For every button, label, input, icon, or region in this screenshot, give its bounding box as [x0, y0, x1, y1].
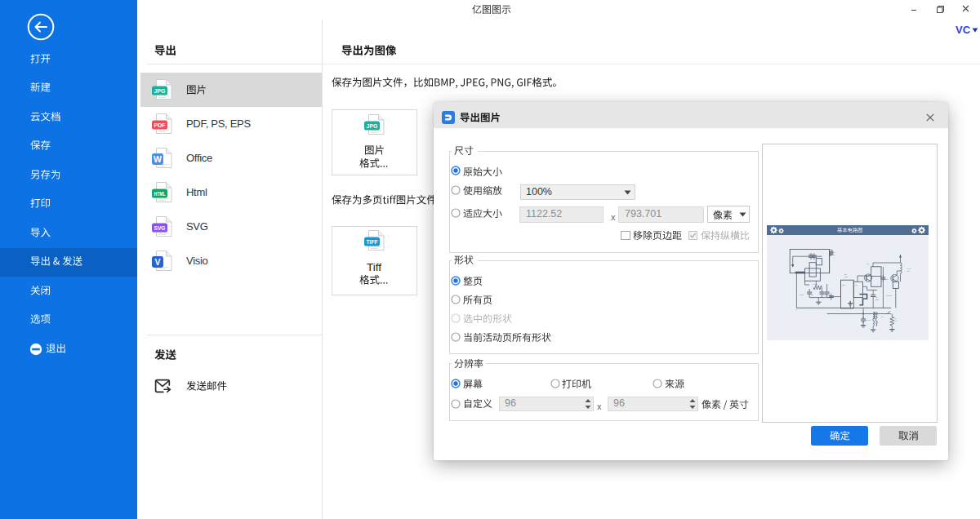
svg-text:C4 R6: C4 R6 [813, 283, 818, 285]
svg-text:0.005: 0.005 [800, 293, 804, 295]
svg-text:R9: R9 [866, 263, 870, 264]
svg-text:C1 R3: C1 R3 [808, 252, 814, 254]
svg-text:R5: R5 [844, 273, 848, 274]
svg-text:C 100uF: C 100uF [886, 295, 893, 296]
svg-text:C9 0.1: C9 0.1 [866, 318, 871, 320]
svg-text:1.8K: 1.8K [844, 275, 849, 277]
svg-text:IC2: IC2 [842, 284, 845, 286]
svg-text:JPG: JPG [154, 88, 167, 94]
svg-text:C5: C5 [811, 293, 813, 295]
svg-text:RL: RL [894, 317, 897, 319]
svg-text:mH: mH [907, 269, 911, 271]
svg-text:Vo: Vo [795, 308, 798, 310]
svg-text:V: V [154, 257, 160, 267]
svg-text:600: 600 [894, 319, 897, 321]
svg-text:SVG: SVG [154, 225, 167, 231]
svg-text:HTML: HTML [154, 191, 167, 197]
svg-text:2200: 2200 [875, 298, 879, 299]
svg-text:C8: C8 [885, 278, 888, 280]
svg-text:JPG: JPG [366, 123, 378, 129]
svg-text:R4: R4 [833, 251, 836, 253]
svg-text:Q3: Q3 [855, 284, 858, 286]
svg-text:PDF: PDF [154, 122, 167, 128]
svg-text:L 1.5: L 1.5 [907, 268, 911, 269]
svg-text:1K: 1K [833, 253, 835, 255]
svg-text:W: W [154, 154, 162, 164]
svg-text:5:1: 5:1 [881, 316, 884, 317]
svg-text:TIFF: TIFF [366, 239, 378, 245]
